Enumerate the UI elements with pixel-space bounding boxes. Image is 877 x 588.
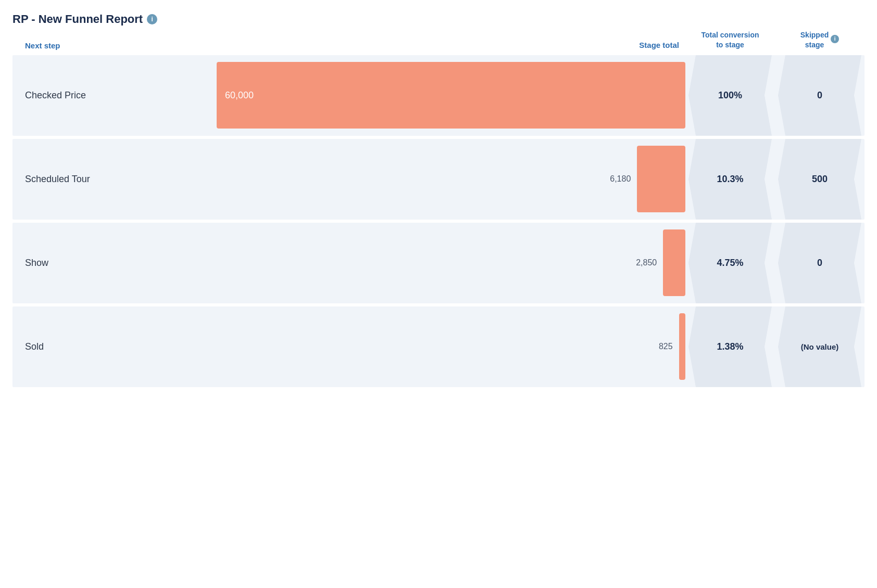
- report-container: RP - New Funnel Report i Next step Stage…: [12, 12, 865, 387]
- conversion-cell: 100%: [688, 55, 772, 136]
- bar-cell: 60,000: [164, 55, 685, 136]
- bar-fill[interactable]: 60,000: [217, 62, 685, 129]
- skipped-cell: (No value): [778, 306, 861, 387]
- bar-cell: 2,850: [164, 223, 685, 303]
- table-headers: Next step Stage total Total conversionto…: [12, 30, 865, 55]
- bar-fill-label: 60,000: [225, 90, 254, 101]
- bar-cell: 825: [164, 306, 685, 387]
- bar-fill[interactable]: [663, 229, 685, 296]
- bar-cell: 6,180: [164, 139, 685, 220]
- bar-value-outside: 2,850: [636, 258, 657, 267]
- report-title: RP - New Funnel Report: [12, 12, 143, 26]
- bar-fill[interactable]: [637, 146, 685, 212]
- table-row-checked-price[interactable]: Checked Price 60,000 100% 0: [12, 55, 865, 136]
- stage-name-cell: Scheduled Tour: [12, 139, 164, 220]
- conversion-cell: 1.38%: [688, 306, 772, 387]
- skipped-cell: 500: [778, 139, 861, 220]
- conversion-cell: 10.3%: [688, 139, 772, 220]
- stage-name-cell: Sold: [12, 306, 164, 387]
- conversion-cell: 4.75%: [688, 223, 772, 303]
- table-row-show[interactable]: Show 2,850 4.75% 0: [12, 223, 865, 303]
- skipped-info-icon[interactable]: i: [831, 35, 839, 43]
- header-stage-total: Stage total: [164, 41, 685, 50]
- table-row-sold[interactable]: Sold 825 1.38% (No value): [12, 306, 865, 387]
- header-total-conversion: Total conversionto stage: [688, 30, 772, 50]
- header-skipped-stage: Skippedstage i: [778, 30, 861, 50]
- info-icon[interactable]: i: [147, 14, 157, 24]
- bar-value-outside: 6,180: [610, 174, 631, 184]
- skipped-cell: 0: [778, 55, 861, 136]
- rows-container: Checked Price 60,000 100% 0 Scheduled To…: [12, 55, 865, 387]
- stage-name-cell: Checked Price: [12, 55, 164, 136]
- bar-fill[interactable]: [679, 313, 685, 380]
- header-next-step: Next step: [12, 41, 164, 50]
- skipped-cell: 0: [778, 223, 861, 303]
- table-row-scheduled-tour[interactable]: Scheduled Tour 6,180 10.3% 500: [12, 139, 865, 220]
- bar-value-outside: 825: [659, 342, 673, 351]
- stage-name-cell: Show: [12, 223, 164, 303]
- report-title-row: RP - New Funnel Report i: [12, 12, 865, 26]
